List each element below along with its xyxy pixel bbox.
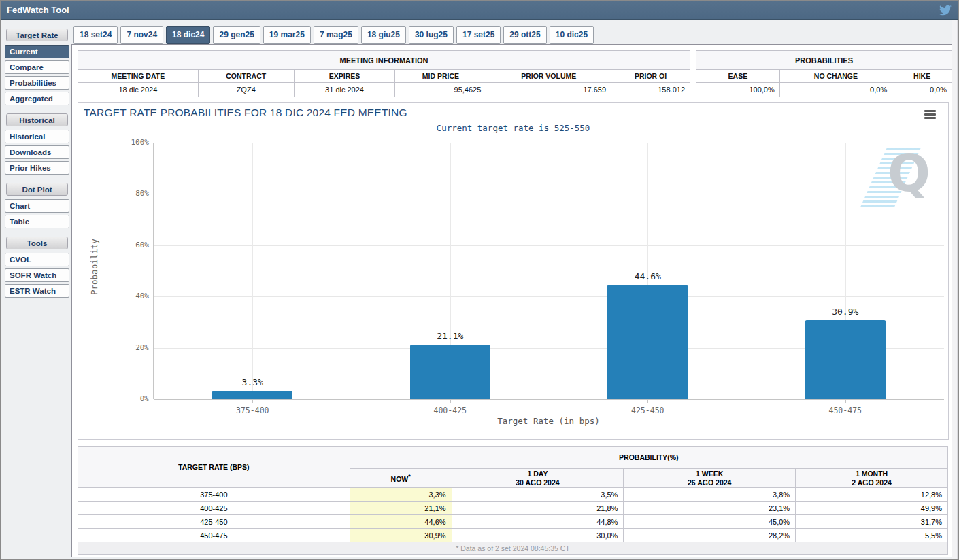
tab-17-set25[interactable]: 17 set25 (456, 26, 501, 44)
probability-group-header: PROBABILITY(%) (350, 447, 947, 469)
week-cell: 45,0% (624, 515, 796, 529)
prior-volume-value: 17.659 (486, 83, 611, 97)
sidebar-item-estr-watch[interactable]: ESTR Watch (5, 284, 69, 298)
column-header: CONTRACT (198, 70, 294, 83)
sidebar-item-aggregated[interactable]: Aggregated (5, 92, 69, 105)
tab-19-mar25[interactable]: 19 mar25 (263, 26, 311, 44)
rate-cell: 450-475 (78, 529, 350, 542)
tab-10-dic25[interactable]: 10 dic25 (550, 26, 594, 44)
chart-bar (805, 320, 886, 399)
sidebar-header-target-rate: Target Rate (6, 29, 68, 41)
one-month-column-header: 1 MONTH2 AGO 2024 (796, 469, 948, 488)
x-axis-line (154, 399, 944, 400)
bar-value-label: 3.3% (242, 377, 263, 387)
chart-category: 3.3% 375-400 (154, 143, 352, 399)
chart-category: 30.9% 450-475 (747, 143, 945, 399)
bar-value-label: 44.6% (635, 271, 661, 281)
sidebar-header-historical: Historical (6, 113, 68, 126)
rate-cell: 400-425 (78, 502, 350, 515)
month-cell: 31,7% (796, 515, 948, 529)
meeting-tabs: 18 set24 7 nov24 18 dic24 29 gen25 19 ma… (73, 26, 594, 44)
probabilities-summary-table: PROBABILITIES EASE NO CHANGE HIKE 100,0%… (696, 50, 952, 97)
tab-29-gen25[interactable]: 29 gen25 (213, 26, 260, 44)
sidebar-item-historical[interactable]: Historical (5, 130, 69, 143)
week-cell: 23,1% (624, 502, 796, 515)
sidebar-item-compare[interactable]: Compare (5, 60, 69, 74)
tab-18-set24[interactable]: 18 set24 (73, 26, 118, 44)
plot-area: Q 3.3% 375-400 21.1% 400-425 (153, 143, 944, 399)
y-axis-title: Probability (89, 239, 99, 295)
contract-value: ZQZ4 (198, 83, 294, 97)
sidebar-item-probabilities[interactable]: Probabilities (5, 76, 69, 90)
table-row: 425-450 44,6% 44,8% 45,0% 31,7% (78, 515, 948, 529)
no-change-value: 0,0% (779, 83, 892, 97)
tab-18-giu25[interactable]: 18 giu25 (361, 26, 406, 44)
y-axis-tick: 0% (120, 394, 149, 403)
sidebar-item-prior-hikes[interactable]: Prior Hikes (5, 161, 69, 175)
tab-18-dic24[interactable]: 18 dic24 (166, 26, 210, 44)
table-row: 375-400 3,3% 3,5% 3,8% 12,8% (78, 488, 948, 502)
chart-category: 44.6% 425-450 (549, 143, 747, 399)
week-cell: 3,8% (624, 488, 796, 502)
sidebar-item-downloads[interactable]: Downloads (5, 145, 69, 159)
probabilities-title: PROBABILITIES (696, 51, 952, 70)
month-cell: 12,8% (796, 488, 948, 502)
x-axis-tick: 375-400 (154, 406, 352, 415)
sidebar-item-table[interactable]: Table (5, 215, 69, 228)
sidebar-item-chart[interactable]: Chart (5, 199, 69, 213)
meeting-info-title: MEETING INFORMATION (78, 51, 690, 70)
probability-history-table: TARGET RATE (BPS) PROBABILITY(%) NOW* 1 … (78, 446, 948, 555)
tab-7-mag25[interactable]: 7 mag25 (314, 26, 358, 44)
chart-subtitle: Current target rate is 525-550 (78, 123, 948, 133)
meeting-information-table: MEETING INFORMATION MEETING DATE CONTRAC… (78, 50, 690, 97)
day-cell: 3,5% (452, 488, 624, 502)
month-cell: 5,5% (796, 529, 948, 542)
x-axis-tick: 450-475 (747, 406, 945, 415)
tab-30-lug25[interactable]: 30 lug25 (409, 26, 454, 44)
column-header: MID PRICE (395, 70, 486, 83)
hike-value: 0,0% (892, 83, 952, 97)
data-as-of-footnote: * Data as of 2 set 2024 08:45:35 CT (78, 542, 948, 555)
target-rate-bps-header: TARGET RATE (BPS) (78, 447, 350, 488)
sidebar-item-cvol[interactable]: CVOL (5, 253, 69, 266)
sidebar: Target Rate Current Compare Probabilitie… (5, 28, 69, 300)
now-cell: 3,3% (350, 488, 452, 502)
y-axis-tick: 40% (120, 292, 149, 300)
now-column-header: NOW* (350, 469, 452, 488)
chart-bar (212, 391, 292, 399)
column-header: NO CHANGE (779, 70, 892, 83)
rate-cell: 425-450 (78, 515, 350, 529)
column-header: MEETING DATE (78, 70, 199, 83)
meeting-date-value: 18 dic 2024 (78, 83, 199, 97)
sidebar-header-dot-plot: Dot Plot (6, 183, 68, 196)
sidebar-item-sofr-watch[interactable]: SOFR Watch (5, 268, 69, 282)
ease-value: 100,0% (696, 83, 780, 97)
twitter-icon[interactable] (939, 4, 952, 16)
chart-bar (607, 285, 688, 399)
sidebar-item-current[interactable]: Current (5, 45, 69, 58)
chart-export-menu-icon[interactable] (924, 110, 936, 119)
tab-29-ott25[interactable]: 29 ott25 (503, 26, 546, 44)
one-week-column-header: 1 WEEK26 AGO 2024 (624, 469, 796, 488)
x-axis-title: Target Rate (in bps) (153, 416, 944, 426)
chart-bar (410, 345, 490, 399)
bar-value-label: 30.9% (832, 307, 858, 317)
tab-7-nov24[interactable]: 7 nov24 (120, 26, 163, 44)
column-header: EXPIRES (294, 70, 395, 83)
main-panel: MEETING INFORMATION MEETING DATE CONTRAC… (71, 44, 954, 557)
target-rate-chart: TARGET RATE PROBABILITIES FOR 18 DIC 202… (78, 102, 949, 440)
app-title: FedWatch Tool (1, 1, 958, 19)
table-row: 450-475 30,9% 30,0% 28,2% 5,5% (78, 529, 948, 542)
title-bar: FedWatch Tool (1, 1, 958, 20)
chart-title: TARGET RATE PROBABILITIES FOR 18 DIC 202… (84, 107, 407, 119)
column-header: HIKE (892, 70, 952, 83)
now-cell: 44,6% (350, 515, 452, 529)
now-cell: 21,1% (350, 502, 452, 515)
day-cell: 30,0% (452, 529, 624, 542)
y-axis-tick: 20% (120, 343, 149, 352)
scrollbar-track[interactable] (952, 20, 958, 559)
expires-value: 31 dic 2024 (294, 83, 395, 97)
day-cell: 21,8% (452, 502, 624, 515)
rate-cell: 375-400 (78, 488, 350, 502)
chart-category: 21.1% 400-425 (352, 143, 550, 399)
